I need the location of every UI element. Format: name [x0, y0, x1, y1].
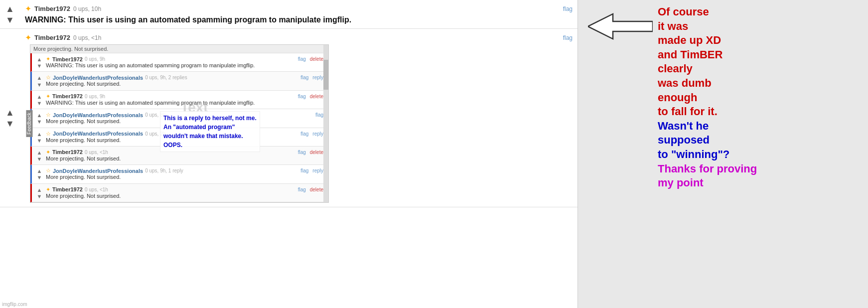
flag-link-2[interactable]: flag — [563, 34, 573, 41]
nested-meta-8: 0 ups, <1h — [85, 187, 108, 192]
star-icon-2: ✦ — [25, 33, 31, 42]
nested-header-6: ✦ Timber1972 0 ups, <1h flag delete — [46, 149, 323, 155]
scroll-thumb[interactable] — [323, 60, 328, 90]
nested-flag-5[interactable]: flag — [300, 131, 308, 137]
nested-down-5[interactable]: ▼ — [37, 138, 42, 144]
nested-up-3[interactable]: ▲ — [37, 94, 42, 100]
nested-up-5[interactable]: ▲ — [37, 131, 42, 138]
scrollbar[interactable] — [323, 45, 328, 202]
nested-header-1: ✦ Timber1972 0 ups, 9h flag delete — [46, 56, 323, 62]
annotation-line7: enough — [658, 91, 697, 104]
nested-vote-5[interactable]: ▲ ▼ — [35, 130, 44, 144]
annotation-line2: it was — [658, 20, 688, 32]
nested-down-4[interactable]: ▼ — [37, 119, 42, 125]
star-icon-1: ✦ — [25, 4, 31, 13]
nested-row-2: ▲ ▼ ☆ JonDoyleWanderlustProfessionals 0 … — [30, 72, 328, 90]
nested-vote-7[interactable]: ▲ ▼ — [35, 167, 44, 181]
nested-meta-6: 0 ups, <1h — [85, 150, 108, 155]
upvote-btn-2[interactable]: ▲ — [4, 107, 15, 118]
nested-delete-8[interactable]: delete — [310, 187, 323, 192]
vote-col-2[interactable]: ▲ ▼ — [0, 29, 20, 207]
annotation-line8: to fall for it. — [658, 105, 718, 118]
nested-vote-6[interactable]: ▲ ▼ — [35, 149, 44, 162]
nested-down-3[interactable]: ▼ — [37, 100, 42, 107]
username-2: Timber1972 — [34, 34, 70, 41]
nested-body-1: ✦ Timber1972 0 ups, 9h flag delete WARNI… — [44, 55, 325, 69]
arrow-left-svg — [588, 9, 653, 44]
nested-down-2[interactable]: ▼ — [37, 82, 42, 88]
nested-text-8: More projecting. Not surprised. — [46, 193, 323, 199]
nested-row-5: ▲ ▼ ☆ JonDoyleWanderlustProfessionals 0 … — [30, 128, 328, 147]
feedback-tab[interactable]: Feedback — [26, 110, 32, 137]
nested-flag-3[interactable]: flag — [298, 94, 306, 99]
nested-down-7[interactable]: ▼ — [37, 174, 42, 181]
nested-flag-8[interactable]: flag — [298, 187, 306, 192]
nested-text-4: More projecting. Not surprised. — [46, 118, 323, 124]
nested-down-6[interactable]: ▼ — [37, 156, 42, 162]
downvote-btn-2[interactable]: ▼ — [4, 118, 15, 129]
nested-text-2: More projecting. Not surprised. — [46, 81, 323, 87]
nested-username-2: JonDoyleWanderlustProfessionals — [53, 75, 143, 81]
nested-username-6: Timber1972 — [52, 149, 83, 155]
nested-star-5: ☆ — [46, 131, 51, 137]
nested-body-4: ☆ JonDoyleWanderlustProfessionals 0 ups,… — [44, 111, 325, 125]
annotation-arrow — [588, 9, 653, 46]
nested-reply-2[interactable]: reply — [312, 75, 323, 80]
nested-vote-8[interactable]: ▲ ▼ — [35, 186, 44, 200]
inner-arrow — [30, 105, 30, 132]
nested-star-3: ✦ — [46, 93, 50, 100]
flag-link-1[interactable]: flag — [563, 5, 573, 12]
nested-vote-4[interactable]: ▲ ▼ — [35, 111, 44, 125]
nested-username-1: Timber1972 — [52, 56, 83, 62]
nested-flag-7[interactable]: flag — [300, 168, 308, 173]
nested-up-2[interactable]: ▲ — [37, 75, 42, 81]
nested-scroll-area[interactable]: More projecting. Not surprised. ▲ ▼ ✦ Ti… — [30, 44, 329, 203]
nested-up-8[interactable]: ▲ — [37, 187, 42, 193]
nested-flag-1[interactable]: flag — [298, 56, 306, 62]
nested-delete-1[interactable]: delete — [310, 56, 323, 62]
nested-delete-6[interactable]: delete — [310, 150, 323, 155]
annotation-line12: Thanks for proving — [658, 162, 757, 175]
annotation-line11: to "winning"? — [658, 148, 729, 160]
nested-header-2: ☆ JonDoyleWanderlustProfessionals 0 ups,… — [46, 74, 323, 81]
nested-body-5: ☆ JonDoyleWanderlustProfessionals 0 ups,… — [44, 130, 325, 144]
nested-flag-6[interactable]: flag — [298, 150, 306, 155]
nested-header-5: ☆ JonDoyleWanderlustProfessionals 0 ups,… — [46, 131, 323, 137]
nested-down-1[interactable]: ▼ — [37, 63, 42, 69]
annotation-line13: my point — [658, 176, 704, 189]
nested-up-6[interactable]: ▲ — [37, 150, 42, 156]
nested-reply-7[interactable]: reply — [312, 168, 323, 173]
nested-body-7: ☆ JonDoyleWanderlustProfessionals 0 ups,… — [44, 167, 325, 181]
nested-up-7[interactable]: ▲ — [37, 168, 42, 174]
nested-up-1[interactable]: ▲ — [37, 56, 42, 63]
nested-text-3: WARNING: This user is using an automated… — [46, 100, 323, 106]
nested-delete-3[interactable]: delete — [310, 94, 323, 99]
nested-row-3: ▲ ▼ ✦ Timber1972 0 ups, 9h flag delete — [30, 91, 328, 109]
nested-username-3: Timber1972 — [52, 93, 83, 99]
nested-vote-3[interactable]: ▲ ▼ — [35, 93, 44, 107]
nested-reply-5[interactable]: reply — [312, 131, 323, 137]
nested-meta-2: 0 ups, 9h, 2 replies — [145, 75, 187, 80]
nested-row-1: ▲ ▼ ✦ Timber1972 0 ups, 9h flag delete — [30, 53, 328, 72]
comment-text-1: WARNING: This user is using an automated… — [25, 15, 573, 24]
nested-row-6: ▲ ▼ ✦ Timber1972 0 ups, <1h flag delete — [30, 147, 328, 165]
nested-down-8[interactable]: ▼ — [37, 193, 42, 200]
right-panel: Of course it was made up XD and TimBER c… — [578, 0, 868, 308]
nested-vote-1[interactable]: ▲ ▼ — [35, 55, 44, 69]
nested-header-4: ☆ JonDoyleWanderlustProfessionals 0 ups,… — [46, 112, 323, 118]
nested-header-3: ✦ Timber1972 0 ups, 9h flag delete — [46, 93, 323, 100]
nested-flag-2[interactable]: flag — [300, 75, 308, 80]
nested-meta-7: 0 ups, 9h, 1 reply — [145, 168, 183, 173]
nested-flag-4[interactable]: flag — [315, 112, 323, 118]
downvote-btn-1[interactable]: ▼ — [4, 14, 15, 25]
inner-arrow-svg — [30, 105, 30, 130]
upvote-btn-1[interactable]: ▲ — [4, 3, 15, 14]
username-1: Timber1972 — [34, 5, 70, 12]
nested-vote-2[interactable]: ▲ ▼ — [35, 74, 44, 88]
annotation-line10: supposed — [658, 134, 710, 146]
nested-up-4[interactable]: ▲ — [37, 112, 42, 119]
nested-star-8: ✦ — [46, 186, 50, 193]
nested-header-8: ✦ Timber1972 0 ups, <1h flag delete — [46, 186, 323, 193]
vote-col-1[interactable]: ▲ ▼ — [0, 0, 20, 28]
imgflip-credit: imgflip.com — [2, 302, 27, 307]
